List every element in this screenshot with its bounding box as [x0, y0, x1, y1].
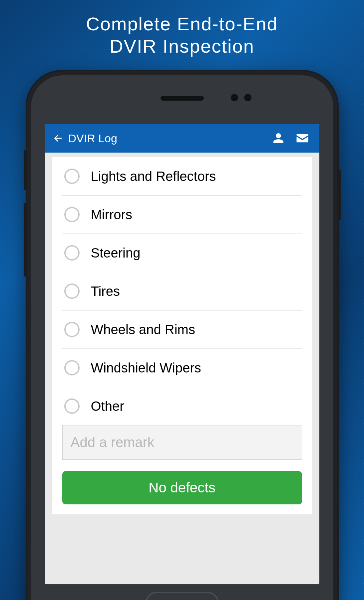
radio-unselected-icon	[64, 245, 80, 261]
phone-speaker	[161, 96, 204, 101]
inspection-item-label: Steering	[91, 246, 141, 261]
radio-unselected-icon	[64, 360, 80, 375]
phone-screen: DVIR Log Lights and Reflectors	[45, 124, 319, 584]
inspection-item-label: Tires	[91, 284, 120, 299]
remark-input[interactable]	[62, 425, 302, 460]
user-button[interactable]	[269, 129, 287, 147]
inspection-item-tires[interactable]: Tires	[62, 272, 302, 310]
marketing-heading: Complete End-to-End DVIR Inspection	[0, 0, 364, 57]
inspection-card: Lights and Reflectors Mirrors Steering	[52, 157, 312, 514]
no-defects-button[interactable]: No defects	[62, 471, 302, 504]
envelope-icon	[295, 131, 309, 145]
back-arrow-icon	[52, 133, 64, 144]
inspection-item-label: Windshield Wipers	[91, 360, 201, 375]
screen-content: Lights and Reflectors Mirrors Steering	[45, 153, 319, 584]
phone-side-button	[24, 150, 26, 190]
phone-side-button	[24, 203, 26, 277]
inspection-item-mirrors[interactable]: Mirrors	[62, 196, 302, 234]
app-bar-title: DVIR Log	[68, 132, 117, 145]
inspection-item-label: Mirrors	[91, 207, 132, 222]
inspection-item-steering[interactable]: Steering	[62, 234, 302, 272]
back-button[interactable]	[50, 130, 66, 147]
radio-unselected-icon	[64, 322, 80, 337]
radio-unselected-icon	[64, 398, 80, 414]
radio-unselected-icon	[64, 169, 80, 184]
radio-unselected-icon	[64, 284, 80, 299]
phone-sensor-dot	[244, 94, 251, 101]
mail-button[interactable]	[293, 129, 311, 147]
app-bar: DVIR Log	[45, 124, 319, 153]
inspection-item-windshield-wipers[interactable]: Windshield Wipers	[62, 349, 302, 387]
phone-side-button	[339, 170, 341, 220]
inspection-item-label: Lights and Reflectors	[91, 169, 216, 184]
inspection-list: Lights and Reflectors Mirrors Steering	[62, 157, 302, 425]
phone-home-button	[146, 592, 219, 600]
inspection-item-label: Other	[91, 399, 124, 414]
phone-bezel: DVIR Log Lights and Reflectors	[31, 75, 333, 600]
inspection-item-lights-and-reflectors[interactable]: Lights and Reflectors	[62, 157, 302, 196]
radio-unselected-icon	[64, 207, 80, 222]
phone-mockup-frame: DVIR Log Lights and Reflectors	[26, 70, 339, 600]
inspection-item-other[interactable]: Other	[62, 387, 302, 425]
user-icon	[272, 132, 284, 144]
inspection-item-label: Wheels and Rims	[91, 322, 195, 337]
inspection-item-wheels-and-rims[interactable]: Wheels and Rims	[62, 310, 302, 349]
phone-sensor-dot	[231, 94, 238, 101]
